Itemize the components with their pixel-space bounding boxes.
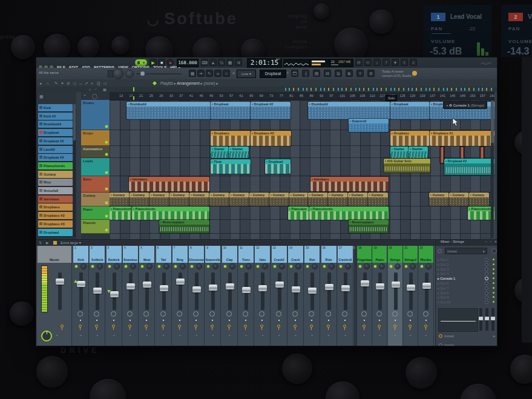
- fader-handle[interactable]: [160, 285, 168, 291]
- strip-pan-knob[interactable]: [196, 263, 202, 269]
- track-lane[interactable]: [110, 158, 494, 176]
- update-notice[interactable]: Today A newer version of FL Studio i..: [382, 70, 415, 78]
- strip-pan-knob[interactable]: [114, 263, 120, 269]
- track-mute-led[interactable]: [105, 188, 108, 190]
- rack-eq-slider-high[interactable]: [491, 308, 494, 331]
- strip-mute-led[interactable]: [390, 265, 392, 268]
- slot-knob[interactable]: [485, 263, 488, 266]
- slot-enable-led[interactable]: [493, 296, 494, 298]
- mixer-strip-ride[interactable]: 16Ride^: [321, 246, 337, 346]
- strip-stereo-knob[interactable]: [392, 311, 398, 317]
- strip-key-icon[interactable]: [424, 325, 427, 328]
- grid-toggle-icon[interactable]: ▦: [103, 87, 107, 91]
- insert-slot[interactable]: ▸ Slot 7: [438, 286, 497, 291]
- clip[interactable]: ▪ Stutter: [390, 147, 409, 158]
- fader-handle[interactable]: [176, 279, 185, 285]
- strip-mute-led[interactable]: [290, 265, 292, 268]
- select-tool-icon[interactable]: ⌖: [91, 81, 93, 86]
- strip-mute-led[interactable]: [274, 265, 276, 268]
- rack-bottom-slot-1[interactable]: (none)▸: [438, 333, 497, 339]
- mixer-strip-crashroll[interactable]: 17Crashroll^: [338, 246, 353, 346]
- strip-stereo-knob[interactable]: [292, 311, 298, 317]
- clip[interactable]: ▪ Guitarp: [229, 193, 249, 206]
- rack-eq-slider-low[interactable]: [479, 308, 482, 331]
- strip-header[interactable]: 1Kick: [73, 246, 88, 263]
- strip-route-arrow[interactable]: ^: [107, 334, 122, 338]
- strip-stereo-knob[interactable]: [361, 311, 367, 317]
- track-mute-led[interactable]: [105, 153, 108, 156]
- pattern-item[interactable]: Kick #2: [38, 113, 73, 120]
- clip[interactable]: ▪ Introbass: [310, 177, 389, 191]
- slot-knob[interactable]: [485, 277, 488, 280]
- strip-stereo-knob[interactable]: [342, 311, 347, 317]
- slot-knob[interactable]: [485, 258, 488, 262]
- mixer-strip-piano[interactable]: 19Piano^: [372, 246, 387, 346]
- delete-tool-icon[interactable]: ⊘: [67, 81, 70, 86]
- fader-track[interactable]: [228, 272, 232, 310]
- rack-circle-icon[interactable]: [438, 249, 442, 253]
- strip-header[interactable]: 13Crash2: [272, 246, 287, 263]
- track-header[interactable]: Drums: [81, 100, 110, 130]
- timeline-ruler[interactable]: 1317212529333741454953576165697377818589…: [110, 92, 494, 101]
- strip-stereo-knob[interactable]: [209, 311, 215, 317]
- slot-enable-led[interactable]: [493, 263, 494, 265]
- fader-handle[interactable]: [209, 285, 217, 291]
- loop-record-icon[interactable]: ⇉: [235, 59, 242, 66]
- clip[interactable]: ▪ Pianodun: [288, 206, 309, 220]
- mixer-detached-icon[interactable]: [53, 241, 57, 245]
- pattern-item[interactable]: Guitarp: [38, 171, 73, 178]
- strip-header[interactable]: 11Toms: [238, 246, 254, 263]
- strip-mute-led[interactable]: [240, 265, 243, 268]
- play-button[interactable]: ▶: [149, 59, 157, 66]
- strip-route-arrow[interactable]: ^: [388, 334, 402, 338]
- slot-enable-led[interactable]: [493, 301, 494, 303]
- link-tool-icon[interactable]: ∞: [214, 70, 222, 77]
- insert-slot[interactable]: ▸ Slot 3: [438, 267, 497, 272]
- insert-slot[interactable]: ▸ Console 1: [438, 276, 497, 281]
- insert-slot[interactable]: ▸ Slot 8: [438, 291, 497, 295]
- strip-mute-led[interactable]: [374, 265, 376, 268]
- strip-key-icon[interactable]: [409, 325, 412, 328]
- mixer-strip-clap[interactable]: 10Clap^: [222, 246, 238, 346]
- clip[interactable]: ▪ Guitarp: [149, 193, 169, 206]
- peak-meter[interactable]: [310, 59, 329, 67]
- paint-tool-icon[interactable]: ✦: [61, 81, 64, 86]
- playlist-scrollbar[interactable]: [491, 101, 494, 239]
- clip[interactable]: ▪ Guitarp: [269, 193, 289, 206]
- master-fader-handle[interactable]: [56, 279, 64, 285]
- fader-track[interactable]: [79, 272, 83, 310]
- track-lane[interactable]: [110, 146, 494, 158]
- pattern-item[interactable]: Rise: [38, 179, 73, 186]
- track-header[interactable]: Pianofx: [81, 220, 110, 234]
- clip[interactable]: ▪ Guitarp: [328, 193, 348, 206]
- track-header-knob[interactable]: [92, 94, 97, 99]
- fader-handle[interactable]: [242, 287, 251, 293]
- clip[interactable]: ▪ Dropbass: [211, 131, 251, 146]
- strip-key-icon[interactable]: [393, 325, 396, 328]
- mixer-play-icon[interactable]: ▶: [46, 240, 49, 245]
- strip-header[interactable]: 12Hats: [255, 246, 270, 263]
- slot-enable-led[interactable]: [493, 292, 494, 294]
- minimize-icon[interactable]: ─: [484, 240, 488, 243]
- slot-enable-led[interactable]: [493, 268, 494, 270]
- strip-stereo-knob[interactable]: [193, 311, 199, 317]
- snap-selector[interactable]: Line ▾: [237, 70, 256, 78]
- strip-pan-knob[interactable]: [97, 263, 103, 269]
- slice-tool-icon[interactable]: ➚: [85, 81, 88, 86]
- maximize-icon[interactable]: ▫: [488, 240, 493, 243]
- close-icon[interactable]: ✕: [493, 240, 498, 243]
- strip-pan-knob[interactable]: [295, 263, 301, 269]
- fader-handle[interactable]: [258, 285, 267, 291]
- strip-stereo-knob[interactable]: [226, 311, 232, 317]
- rack-generator-slot[interactable]: (none)▸: [445, 248, 487, 254]
- strip-pan-knob[interactable]: [146, 263, 153, 269]
- mixer-strip-crash2[interactable]: 13Crash2^: [272, 246, 287, 346]
- add-track-plus[interactable]: +: [84, 93, 86, 97]
- track-header[interactable]: Piano: [81, 206, 110, 220]
- fader-track[interactable]: [278, 272, 281, 310]
- touch-controller-icon[interactable]: ⚙: [367, 70, 375, 77]
- strip-stereo-knob[interactable]: [77, 311, 83, 317]
- strip-mute-led[interactable]: [158, 265, 160, 268]
- fader-handle[interactable]: [292, 286, 300, 292]
- strip-route-arrow[interactable]: ^: [73, 334, 88, 338]
